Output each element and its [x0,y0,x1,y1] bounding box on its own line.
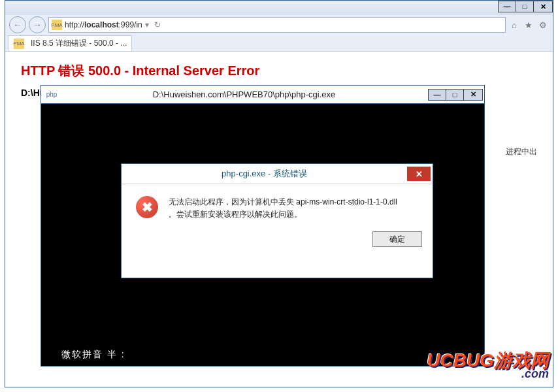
console-title: D:\Huweishen.com\PHPWEB70\php\php-cgi.ex… [59,90,429,99]
url-host: localhost [84,20,119,29]
console-minimize-button[interactable]: — [428,89,446,101]
address-input[interactable]: PMA http:// localhost :999/in ▾ ↻ [48,17,506,33]
ok-button[interactable]: 确定 [372,231,422,247]
tabs-row: PMA IIS 8.5 详细错误 - 500.0 - ... ✕ [5,35,553,52]
refresh-icon[interactable]: ↻ [154,20,161,29]
console-window-controls: — □ ✕ [429,89,483,101]
dialog-close-button[interactable]: ✕ [407,167,431,181]
console-maximize-button[interactable]: □ [446,89,464,101]
tab-title: IIS 8.5 详细错误 - 500.0 - ... [31,38,127,49]
dialog-msg-line1: 无法启动此程序，因为计算机中丢失 api-ms-win-crt-stdio-l1… [169,197,397,206]
favorites-icon[interactable]: ★ [523,20,534,30]
system-error-dialog: php-cgi.exe - 系统错误 ✕ ✖ 无法启动此程序，因为计算机中丢失 … [121,163,433,278]
error-heading: HTTP 错误 500.0 - Internal Server Error [21,62,537,80]
addr-dropdown-icon[interactable]: ▾ [145,20,149,29]
tab-favicon-icon: PMA [14,39,24,49]
console-close-button[interactable]: ✕ [463,89,483,101]
forward-button[interactable]: → [29,16,46,33]
php-app-icon: php [44,88,59,101]
console-titlebar[interactable]: php D:\Huweishen.com\PHPWEB70\php\php-cg… [41,86,484,104]
browser-tab[interactable]: PMA IIS 8.5 详细错误 - 500.0 - ... ✕ [8,35,132,51]
dialog-titlebar[interactable]: php-cgi.exe - 系统错误 ✕ [122,164,433,184]
window-controls: — □ ✕ [499,1,553,12]
minimize-button[interactable]: — [498,1,516,12]
dialog-msg-line2: 。尝试重新安装该程序以解决此问题。 [169,210,302,219]
url-scheme: http:// [65,20,84,29]
dialog-title: php-cgi.exe - 系统错误 [122,168,407,180]
ime-status-text: 微软拼音 半 : [61,349,125,361]
error-icon: ✖ [136,196,158,218]
home-icon[interactable]: ⌂ [508,20,520,30]
close-button[interactable]: ✕ [533,1,553,12]
settings-icon[interactable]: ⚙ [537,20,549,30]
address-bar-row: ← → PMA http:// localhost :999/in ▾ ↻ ⌂ … [5,15,553,35]
back-button[interactable]: ← [9,16,26,33]
maximize-button[interactable]: □ [516,1,534,12]
dialog-body: ✖ 无法启动此程序，因为计算机中丢失 api-ms-win-crt-stdio-… [122,184,433,227]
dialog-footer: 确定 [122,227,433,255]
url-rest: :999/in [119,20,142,29]
pma-favicon-icon: PMA [52,20,62,30]
browser-titlebar: — □ ✕ [5,1,553,15]
dialog-message: 无法启动此程序，因为计算机中丢失 api-ms-win-crt-stdio-l1… [169,196,397,221]
